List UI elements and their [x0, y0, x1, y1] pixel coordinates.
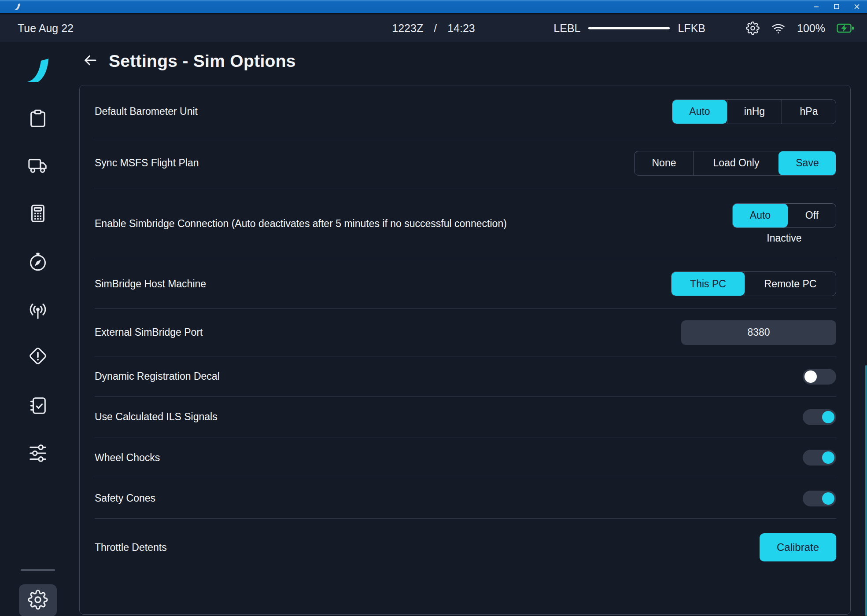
route-progress-line — [588, 27, 670, 29]
broadcast-icon — [27, 301, 48, 322]
sync-save-button[interactable]: Save — [778, 151, 836, 175]
statusbar-date: Tue Aug 22 — [18, 22, 74, 35]
statusbar-system-icons: 100% — [746, 22, 854, 35]
barometer-auto-button[interactable]: Auto — [672, 100, 727, 124]
wifi-icon — [771, 22, 786, 35]
gear-icon — [28, 590, 48, 612]
registration-decal-toggle[interactable] — [803, 369, 836, 385]
settings-row-simbridge-host: SimBridge Host Machine This PC Remote PC — [95, 259, 836, 309]
close-button[interactable] — [847, 0, 867, 13]
toggle-knob — [822, 411, 834, 423]
statusbar-time: 1223Z / 14:23 — [392, 22, 475, 35]
time-utc: 1223Z — [392, 22, 423, 35]
sidebar-item-navigation[interactable] — [28, 252, 48, 272]
clipboard-icon — [28, 109, 48, 129]
sync-flightplan-segmented: None Load Only Save — [634, 151, 836, 176]
toggle-knob — [822, 451, 834, 464]
failure-diamond-icon — [27, 345, 48, 367]
settings-row-simbridge-port: External SimBridge Port — [95, 309, 836, 356]
compass-icon — [28, 252, 48, 272]
sync-none-button[interactable]: None — [635, 151, 694, 175]
simbridge-off-button[interactable]: Off — [788, 204, 836, 227]
toggle-knob — [804, 370, 817, 383]
battery-percent: 100% — [797, 22, 825, 35]
quick-settings-gear-icon[interactable] — [746, 22, 760, 35]
checklist-icon — [28, 396, 48, 416]
settings-row-calculated-ils: Use Calculated ILS Signals — [95, 397, 836, 437]
scrollbar-thumb[interactable] — [865, 365, 867, 616]
sidebar-item-atc[interactable] — [27, 301, 48, 322]
simbridge-port-input[interactable] — [681, 320, 836, 345]
back-button[interactable] — [81, 52, 99, 70]
sliders-icon — [27, 443, 48, 463]
settings-row-simbridge-connection: Enable Simbridge Connection (Auto deacti… — [95, 188, 836, 259]
time-separator: / — [434, 22, 437, 35]
settings-row-barometer: Default Barometer Unit Auto inHg hPa — [95, 85, 836, 138]
origin-airport: LEBL — [553, 22, 580, 35]
safety-cones-toggle[interactable] — [803, 491, 836, 506]
sidebar-item-settings[interactable] — [19, 584, 57, 616]
setting-label: Enable Simbridge Connection (Auto deacti… — [95, 218, 732, 230]
setting-label: Throttle Detents — [95, 542, 760, 554]
barometer-inhg-button[interactable]: inHg — [727, 100, 782, 124]
settings-panel: Default Barometer Unit Auto inHg hPa Syn… — [79, 85, 851, 615]
setting-label: Use Calculated ILS Signals — [95, 411, 803, 423]
calculator-icon — [28, 203, 48, 224]
barometer-hpa-button[interactable]: hPa — [782, 100, 836, 124]
host-this-pc-button[interactable]: This PC — [671, 272, 745, 296]
truck-icon — [27, 156, 48, 176]
window-titlebar — [0, 0, 867, 14]
minimize-button[interactable] — [806, 0, 826, 13]
settings-row-wheel-chocks: Wheel Chocks — [95, 437, 836, 478]
sidebar-item-performance[interactable] — [28, 203, 48, 224]
page-title: Settings - Sim Options — [109, 51, 296, 71]
maximize-button[interactable] — [826, 0, 847, 13]
settings-row-safety-cones: Safety Cones — [95, 478, 836, 519]
sidebar-item-failures[interactable] — [27, 345, 48, 367]
main-content: Settings - Sim Options Default Barometer… — [76, 42, 867, 616]
setting-label: Default Barometer Unit — [95, 106, 672, 117]
settings-row-registration-decal: Dynamic Registration Decal — [95, 356, 836, 397]
efb-screen: Tue Aug 22 1223Z / 14:23 LEBL LFKB — [0, 0, 867, 616]
sidebar-item-dispatch[interactable] — [28, 109, 48, 129]
simbridge-auto-button[interactable]: Auto — [733, 204, 788, 227]
sidebar-item-ground[interactable] — [27, 156, 48, 176]
sync-load-only-button[interactable]: Load Only — [694, 151, 778, 175]
setting-label: Dynamic Registration Decal — [95, 370, 803, 382]
calibrate-button[interactable]: Calibrate — [760, 533, 836, 561]
toggle-knob — [822, 492, 834, 505]
setting-label: Sync MSFS Flight Plan — [95, 157, 634, 169]
settings-row-sync-flightplan: Sync MSFS Flight Plan None Load Only Sav… — [95, 138, 836, 188]
battery-charging-icon — [837, 23, 854, 33]
simbridge-enable-segmented: Auto Off — [732, 203, 836, 228]
sidebar-divider — [21, 569, 55, 571]
setting-label: External SimBridge Port — [95, 326, 681, 338]
time-local: 14:23 — [447, 22, 475, 35]
back-arrow-icon — [81, 52, 99, 70]
flight-route-indicator: LEBL LFKB — [553, 22, 705, 35]
destination-airport: LFKB — [678, 22, 705, 35]
fbw-tail-logo — [25, 58, 51, 83]
simbridge-connection-control: Auto Off Inactive — [732, 203, 836, 244]
simbridge-host-segmented: This PC Remote PC — [671, 271, 836, 296]
sidebar-item-checklists[interactable] — [28, 396, 48, 416]
host-remote-pc-button[interactable]: Remote PC — [745, 272, 836, 296]
wheel-chocks-toggle[interactable] — [803, 450, 836, 466]
sidebar — [0, 42, 76, 616]
sidebar-item-presets[interactable] — [27, 443, 48, 463]
simbridge-status-text: Inactive — [767, 232, 801, 244]
page-header: Settings - Sim Options — [81, 51, 296, 71]
barometer-unit-segmented: Auto inHg hPa — [672, 99, 836, 124]
calculated-ils-toggle[interactable] — [803, 409, 836, 425]
settings-row-throttle-detents: Throttle Detents Calibrate — [95, 519, 836, 576]
app-logo-icon — [13, 3, 21, 10]
setting-label: Wheel Chocks — [95, 452, 803, 464]
statusbar: Tue Aug 22 1223Z / 14:23 LEBL LFKB — [0, 15, 867, 42]
window-controls — [806, 0, 867, 13]
setting-label: Safety Cones — [95, 492, 803, 504]
setting-label: SimBridge Host Machine — [95, 278, 671, 290]
